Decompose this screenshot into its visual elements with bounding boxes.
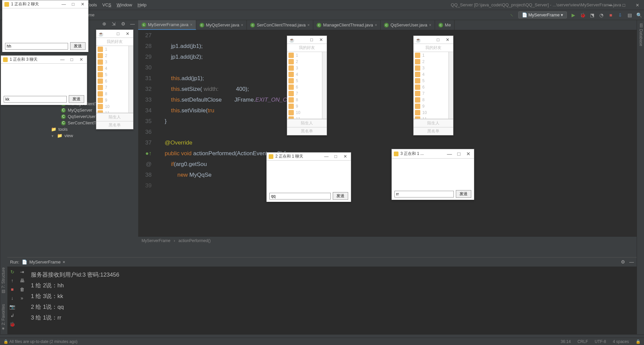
trash-icon[interactable]: 🗑: [19, 286, 25, 292]
minimize-icon[interactable]: —: [59, 57, 66, 62]
debug-icon[interactable]: 🐞: [580, 12, 586, 18]
close-icon[interactable]: ✕: [341, 154, 349, 159]
friend-item[interactable]: 3: [287, 65, 327, 71]
friend-item[interactable]: 3: [414, 65, 453, 71]
friend-item[interactable]: 1: [414, 52, 453, 58]
friend-item[interactable]: 4: [96, 65, 133, 71]
run-console[interactable]: 服务器接收到用户id:3 密码:123456 1 给 2说：hh 1 给 3说：…: [27, 267, 637, 334]
send-button[interactable]: 发送: [69, 95, 84, 103]
friend-item[interactable]: 6: [96, 78, 133, 84]
close-icon[interactable]: ✕: [465, 151, 472, 157]
friend-item[interactable]: 10: [96, 103, 133, 110]
blacklist-tab[interactable]: 黑名单: [96, 121, 133, 129]
chat-window-3-1[interactable]: 3 正在和 1 ... — □ ✕ 发送: [391, 149, 474, 200]
tab-me[interactable]: CMe: [435, 20, 454, 30]
maximize-icon[interactable]: □: [455, 151, 463, 157]
minimize-icon[interactable]: —: [60, 2, 67, 7]
send-button[interactable]: 发送: [333, 192, 348, 200]
run-tab[interactable]: 📄 MyServerFrame ×: [19, 260, 68, 265]
minimize-icon[interactable]: —: [446, 151, 453, 157]
friend-item[interactable]: 5: [96, 71, 133, 78]
lock-icon[interactable]: 🔒: [636, 339, 641, 344]
friend-item[interactable]: 8: [414, 97, 453, 103]
friend-list-window[interactable]: ☕ □ ✕ 我的好友 1234567891011 陌生人 黑名单: [413, 36, 453, 135]
hide-icon[interactable]: —: [629, 259, 635, 265]
close-icon[interactable]: ×: [429, 23, 431, 27]
friend-item[interactable]: 2: [287, 58, 327, 65]
blacklist-tab[interactable]: 黑名单: [287, 127, 327, 135]
close-icon[interactable]: ✕: [631, 0, 644, 10]
titlebar[interactable]: ☕ □ ✕: [96, 30, 133, 38]
close-icon[interactable]: ×: [307, 23, 310, 27]
send-button[interactable]: 发送: [70, 42, 86, 50]
tab-manageclientthread[interactable]: CManageClientThread.java×: [313, 20, 381, 30]
minimize-icon[interactable]: —: [604, 0, 617, 10]
friend-item[interactable]: 4: [287, 71, 327, 77]
friend-item[interactable]: 11: [414, 116, 453, 119]
friend-list[interactable]: 1234567891011: [96, 46, 133, 113]
friend-item[interactable]: 9: [414, 103, 453, 109]
chat-window-1-3[interactable]: 1 正在和 3 聊天 — □ ✕ 发送: [1, 55, 87, 105]
friend-list[interactable]: 1234567891011: [287, 52, 327, 119]
maximize-icon[interactable]: □: [617, 0, 631, 10]
caret-pos[interactable]: 36:14: [561, 339, 571, 344]
close-icon[interactable]: ×: [63, 260, 65, 265]
friend-item[interactable]: 9: [96, 97, 133, 103]
friend-item[interactable]: 1: [96, 46, 133, 52]
maximize-icon[interactable]: □: [114, 31, 122, 36]
titlebar[interactable]: 3 正在和 1 ... — □ ✕: [392, 149, 474, 159]
maximize-icon[interactable]: □: [434, 37, 442, 42]
friend-item[interactable]: 2: [96, 52, 133, 59]
friend-item[interactable]: 7: [414, 90, 453, 97]
close-icon[interactable]: ✕: [77, 57, 85, 62]
tab-serconclientthread[interactable]: CSerConClientThread.java×: [247, 20, 313, 30]
friend-item[interactable]: 3: [96, 59, 133, 65]
indent[interactable]: 4 spaces: [613, 339, 629, 344]
friend-item[interactable]: 6: [414, 84, 453, 90]
code-editor[interactable]: 2728293031323334353637 ●↑ @3839 jp1.add(…: [138, 30, 637, 244]
locate-icon[interactable]: ⊕: [101, 21, 107, 27]
favorites-tab[interactable]: ★ 2: Favorites: [1, 304, 7, 331]
close-icon[interactable]: ✕: [79, 2, 86, 7]
profile-icon[interactable]: ◔: [598, 12, 604, 18]
close-icon[interactable]: ✕: [124, 31, 131, 36]
rerun-icon[interactable]: ↻: [9, 269, 15, 275]
friend-item[interactable]: 2: [414, 58, 453, 65]
vcs-icon[interactable]: ⇩: [617, 12, 623, 18]
collapse-icon[interactable]: ⇲: [111, 21, 117, 27]
strangers-tab[interactable]: 陌生人: [96, 113, 133, 121]
titlebar[interactable]: ☕ □ ✕: [287, 36, 327, 44]
scrollbar[interactable]: [322, 52, 327, 119]
close-icon[interactable]: ×: [375, 23, 377, 27]
scrollbar[interactable]: [448, 52, 453, 119]
strangers-tab[interactable]: 陌生人: [414, 119, 453, 127]
build-icon[interactable]: ⟍: [509, 12, 515, 18]
friend-item[interactable]: 8: [96, 91, 133, 97]
line-sep[interactable]: CRLF: [578, 339, 588, 344]
scrollbar[interactable]: [128, 46, 133, 113]
gear-icon[interactable]: ⚙: [620, 259, 626, 265]
friend-item[interactable]: 4: [414, 71, 453, 77]
send-button[interactable]: 发送: [456, 190, 471, 198]
friend-item[interactable]: 9: [287, 103, 327, 109]
menu-item[interactable]: Window: [114, 2, 135, 7]
friend-list-window[interactable]: ☕ □ ✕ 我的好友 1234567891011 陌生人 黑名单: [96, 30, 133, 129]
editor-breadcrumb[interactable]: MyServerFrame › actionPerformed(): [138, 236, 637, 244]
structure-tab[interactable]: ▤ 7: Structure: [1, 268, 7, 294]
softwrap-icon[interactable]: ↲: [9, 312, 15, 319]
friend-item[interactable]: 11: [96, 110, 133, 113]
down-icon[interactable]: ↓: [9, 295, 15, 301]
run-icon[interactable]: ▶: [570, 12, 576, 18]
tree-node-view[interactable]: 📁 view: [7, 132, 138, 139]
friend-item[interactable]: 7: [287, 90, 327, 97]
friend-item[interactable]: 5: [287, 77, 327, 84]
titlebar[interactable]: 2 正在和 1 聊天 — □ ✕: [267, 153, 351, 161]
tab-qqserveruser[interactable]: CQqServerUser.java×: [381, 20, 435, 30]
chat-window-2-1[interactable]: 2 正在和 1 聊天 — □ ✕ 发送: [266, 152, 351, 202]
friend-item[interactable]: 10: [287, 109, 327, 116]
bug-icon[interactable]: 🐞: [9, 321, 15, 327]
maximize-icon[interactable]: □: [68, 57, 75, 62]
database-tab[interactable]: 🗄 Database: [638, 23, 643, 46]
titlebar[interactable]: 1 正在和 3 聊天 — □ ✕: [1, 56, 87, 64]
stop-icon[interactable]: ■: [608, 12, 614, 18]
